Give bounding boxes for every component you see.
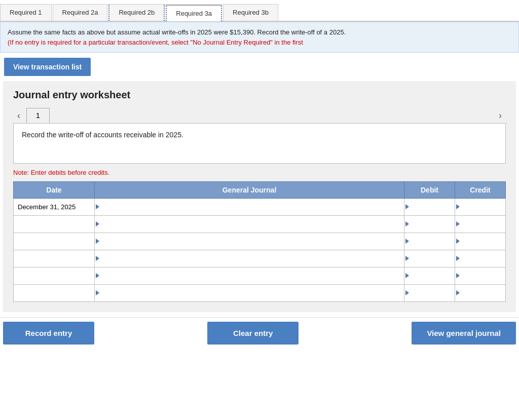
journal-arrow-icon-5: [96, 273, 99, 278]
general-journal-cell-1[interactable]: [95, 199, 404, 216]
credit-arrow-icon-1: [456, 204, 460, 209]
current-entry-tab: 1: [26, 108, 50, 123]
credit-input-2[interactable]: [463, 216, 503, 233]
credit-input-1[interactable]: [463, 199, 503, 215]
tab-required2a[interactable]: Required 2a: [53, 4, 108, 21]
view-general-journal-button[interactable]: View general journal: [412, 322, 516, 345]
credit-cell-4[interactable]: [455, 250, 506, 268]
general-journal-input-4[interactable]: [102, 250, 401, 267]
credit-input-4[interactable]: [463, 250, 503, 267]
general-journal-input-5[interactable]: [102, 268, 401, 284]
credit-input-6[interactable]: [463, 285, 503, 301]
general-journal-input-6[interactable]: [102, 285, 401, 301]
journal-table: Date General Journal Debit Credit: [13, 181, 506, 302]
date-cell-5[interactable]: [14, 268, 95, 285]
debit-cell-4[interactable]: [404, 250, 455, 268]
debit-arrow-icon-2: [405, 221, 409, 226]
bottom-button-bar: Record entry Clear entry View general jo…: [0, 317, 519, 349]
general-journal-input-2[interactable]: [102, 216, 401, 233]
date-cell-2[interactable]: [14, 216, 95, 233]
journal-arrow-icon-4: [96, 256, 99, 261]
general-journal-cell-4[interactable]: [95, 250, 404, 268]
debit-input-4[interactable]: [412, 250, 452, 267]
date-cell-6[interactable]: [14, 285, 95, 302]
clear-entry-button[interactable]: Clear entry: [207, 322, 299, 345]
tab-required1[interactable]: Required 1: [0, 4, 52, 21]
table-row: [14, 216, 506, 233]
general-journal-cell-6[interactable]: [95, 285, 404, 302]
debit-input-6[interactable]: [412, 285, 452, 301]
col-header-credit: Credit: [455, 182, 506, 199]
general-journal-cell-2[interactable]: [95, 216, 404, 233]
debit-input-5[interactable]: [412, 268, 452, 284]
journal-arrow-icon-2: [96, 221, 99, 226]
credit-input-3[interactable]: [463, 233, 503, 250]
debit-arrow-icon-3: [405, 239, 409, 244]
tab-required3b[interactable]: Required 3b: [223, 4, 278, 21]
table-row: [14, 268, 506, 285]
credit-cell-6[interactable]: [455, 285, 506, 302]
tab-bar: Required 1 Required 2a Required 2b Requi…: [0, 0, 519, 22]
entry-note: Note: Enter debits before credits.: [13, 169, 506, 176]
date-input-2[interactable]: [14, 216, 94, 233]
credit-cell-1[interactable]: [455, 199, 506, 216]
instruction-red-text: (If no entry is required for a particula…: [8, 39, 303, 46]
journal-arrow-icon-6: [96, 290, 99, 295]
credit-input-5[interactable]: [463, 268, 503, 284]
debit-cell-6[interactable]: [404, 285, 455, 302]
debit-input-1[interactable]: [412, 199, 452, 215]
view-transaction-list-button[interactable]: View transaction list: [4, 58, 91, 76]
prev-entry-button[interactable]: ‹: [13, 108, 24, 123]
general-journal-cell-3[interactable]: [95, 233, 404, 250]
credit-arrow-icon-3: [456, 239, 460, 244]
debit-cell-2[interactable]: [404, 216, 455, 233]
debit-arrow-icon-4: [405, 256, 409, 261]
date-input-6[interactable]: [14, 285, 94, 301]
journal-arrow-icon-3: [96, 239, 99, 244]
record-entry-button[interactable]: Record entry: [3, 322, 94, 345]
date-cell-3[interactable]: [14, 233, 95, 250]
debit-arrow-icon-1: [405, 204, 409, 209]
entry-description-text: Record the write-off of accounts receiva…: [22, 131, 183, 139]
date-input-5[interactable]: [14, 268, 94, 284]
date-cell-1[interactable]: [14, 199, 95, 216]
debit-cell-3[interactable]: [404, 233, 455, 250]
journal-arrow-icon-1: [96, 204, 99, 209]
entry-description-box: Record the write-off of accounts receiva…: [13, 123, 506, 164]
credit-arrow-icon-6: [456, 290, 460, 295]
table-row: [14, 199, 506, 216]
journal-entry-worksheet: Journal entry worksheet ‹ 1 › Record the…: [3, 81, 516, 312]
worksheet-nav-row: ‹ 1 ›: [13, 108, 506, 123]
date-cell-4[interactable]: [14, 250, 95, 268]
debit-cell-5[interactable]: [404, 268, 455, 285]
instruction-main-text: Assume the same facts as above but assum…: [8, 28, 346, 36]
col-header-date: Date: [14, 182, 95, 199]
credit-cell-2[interactable]: [455, 216, 506, 233]
date-input-3[interactable]: [14, 233, 94, 250]
credit-arrow-icon-4: [456, 256, 460, 261]
debit-input-3[interactable]: [412, 233, 452, 250]
credit-arrow-icon-5: [456, 273, 460, 278]
date-input-4[interactable]: [14, 250, 94, 267]
col-header-debit: Debit: [404, 182, 455, 199]
general-journal-cell-5[interactable]: [95, 268, 404, 285]
instruction-banner: Assume the same facts as above but assum…: [0, 22, 519, 53]
tab-required3a[interactable]: Required 3a: [166, 5, 222, 21]
debit-cell-1[interactable]: [404, 199, 455, 216]
debit-arrow-icon-5: [405, 273, 409, 278]
credit-arrow-icon-2: [456, 221, 460, 226]
tab-required2b[interactable]: Required 2b: [108, 4, 165, 21]
table-row: [14, 250, 506, 268]
credit-cell-5[interactable]: [455, 268, 506, 285]
debit-input-2[interactable]: [412, 216, 452, 233]
worksheet-title: Journal entry worksheet: [13, 89, 506, 101]
table-row: [14, 285, 506, 302]
debit-arrow-icon-6: [405, 290, 409, 295]
date-input-1[interactable]: [14, 199, 94, 215]
general-journal-input-1[interactable]: [102, 199, 401, 215]
credit-cell-3[interactable]: [455, 233, 506, 250]
general-journal-input-3[interactable]: [102, 233, 401, 250]
next-entry-button[interactable]: ›: [495, 108, 506, 123]
col-header-general-journal: General Journal: [95, 182, 404, 199]
table-row: [14, 233, 506, 250]
